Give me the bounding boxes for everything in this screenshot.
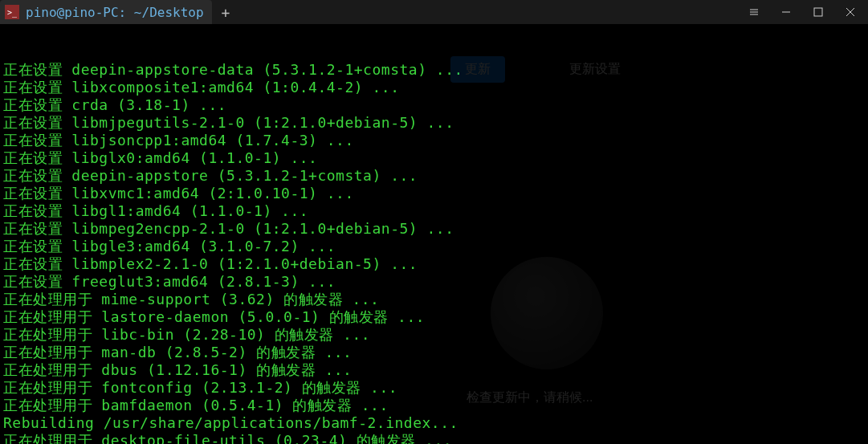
terminal-output[interactable]: 正在设置 deepin-appstore-data (5.3.1.2-1+com… — [0, 24, 868, 444]
output-line: 正在设置 deepin-appstore-data (5.3.1.2-1+com… — [3, 61, 865, 79]
close-button[interactable] — [839, 1, 862, 23]
menu-button[interactable] — [743, 1, 765, 23]
output-line: 正在设置 crda (3.18-1) ... — [3, 96, 865, 114]
output-line: 正在处理用于 man-db (2.8.5-2) 的触发器 ... — [3, 344, 865, 361]
output-line: 正在设置 libxcomposite1:amd64 (1:0.4.4-2) ..… — [3, 79, 865, 96]
output-line: 正在设置 libgl1:amd64 (1.1.0-1) ... — [3, 202, 865, 220]
output-line: 正在设置 libmpeg2encpp-2.1-0 (1:2.1.0+debian… — [3, 220, 865, 238]
output-line: 正在处理用于 lastore-daemon (5.0.0-1) 的触发器 ... — [3, 308, 865, 326]
output-line: 正在处理用于 libc-bin (2.28-10) 的触发器 ... — [3, 326, 865, 344]
terminal-tab[interactable]: >_ pino@pino-PC: ~/Desktop — [0, 0, 212, 24]
output-line: 正在处理用于 dbus (1.12.16-1) 的触发器 ... — [3, 361, 865, 379]
output-line: 正在处理用于 mime-support (3.62) 的触发器 ... — [3, 291, 865, 308]
output-line: 正在设置 libglx0:amd64 (1.1.0-1) ... — [3, 149, 865, 167]
output-line: 正在处理用于 desktop-file-utils (0.23-4) 的触发器 … — [3, 432, 865, 444]
maximize-button[interactable] — [807, 1, 829, 23]
svg-rect-0 — [814, 8, 822, 16]
output-line: 正在处理用于 bamfdaemon (0.5.4-1) 的触发器 ... — [3, 397, 865, 414]
output-line: 正在处理用于 fontconfig (2.13.1-2) 的触发器 ... — [3, 379, 865, 397]
terminal-icon: >_ — [5, 5, 19, 19]
minimize-button[interactable] — [775, 1, 797, 23]
output-line: Rebuilding /usr/share/applications/bamf-… — [3, 414, 865, 432]
output-line: 正在设置 deepin-appstore (5.3.1.2-1+comsta) … — [3, 167, 865, 185]
output-line: 正在设置 libmplex2-2.1-0 (1:2.1.0+debian-5) … — [3, 255, 865, 273]
tab-title: pino@pino-PC: ~/Desktop — [26, 5, 204, 20]
window-controls — [743, 0, 862, 24]
output-line: 正在设置 libjsoncpp1:amd64 (1.7.4-3) ... — [3, 132, 865, 149]
output-line: 正在设置 libmjpegutils-2.1-0 (1:2.1.0+debian… — [3, 114, 865, 132]
output-line: 正在设置 libxvmc1:amd64 (2:1.0.10-1) ... — [3, 185, 865, 202]
output-line: 正在设置 libgle3:amd64 (3.1.0-7.2) ... — [3, 238, 865, 255]
titlebar: >_ pino@pino-PC: ~/Desktop + — [0, 0, 868, 24]
output-line: 正在设置 freeglut3:amd64 (2.8.1-3) ... — [3, 273, 865, 291]
new-tab-button[interactable]: + — [212, 4, 240, 21]
